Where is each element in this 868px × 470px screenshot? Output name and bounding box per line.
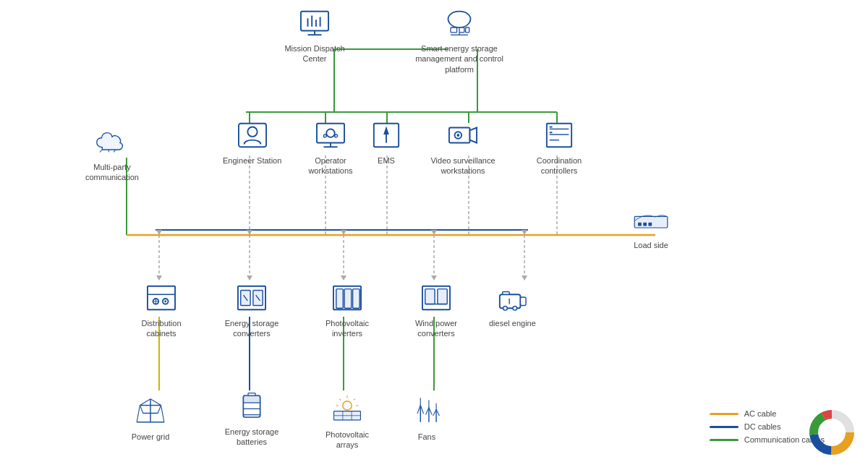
smart-energy-icon (439, 6, 480, 40)
diesel-node: diesel engine (489, 281, 536, 328)
svg-rect-38 (301, 12, 328, 31)
svg-marker-37 (522, 275, 527, 281)
svg-line-105 (150, 398, 161, 405)
engineer-station-node: Engineer Station (223, 118, 281, 166)
svg-marker-63 (470, 128, 477, 143)
energy-storage-bat-node: Energy storage batteries (219, 389, 284, 448)
distribution-cabinets-node: Distribution cabinets (129, 281, 194, 339)
operator-node: Operator workstations (298, 118, 363, 176)
diesel-label: diesel engine (489, 318, 536, 328)
coordination-node: Coordination controllers (527, 118, 592, 176)
engineer-station-label: Engineer Station (223, 155, 281, 166)
ac-cable-label: AC cable (744, 409, 777, 418)
svg-marker-36 (431, 275, 437, 281)
svg-line-104 (140, 398, 150, 405)
coordination-icon (539, 118, 579, 153)
donut-chart (807, 407, 857, 459)
dc-cable-label: DC cables (744, 422, 781, 431)
distribution-cabinets-icon (141, 281, 182, 315)
svg-rect-47 (459, 27, 464, 33)
svg-point-65 (456, 134, 459, 137)
multiparty-node: Multi-party communication (80, 123, 145, 183)
operator-icon (310, 118, 351, 153)
energy-storage-conv-label: Energy storage converters (219, 318, 284, 339)
svg-rect-46 (451, 27, 457, 33)
svg-line-108 (158, 405, 161, 413)
pv-inverters-icon (327, 281, 367, 315)
power-grid-label: Power grid (132, 432, 170, 442)
svg-marker-28 (156, 230, 162, 235)
load-side-icon (622, 201, 680, 237)
svg-rect-93 (425, 289, 435, 304)
video-icon (443, 118, 483, 153)
energy-storage-conv-icon (231, 281, 272, 315)
svg-rect-70 (550, 127, 553, 128)
svg-marker-32 (522, 230, 527, 235)
ems-label: EMS (378, 155, 395, 166)
svg-marker-29 (247, 230, 252, 235)
wind-power-icon (416, 281, 456, 315)
svg-rect-117 (243, 396, 260, 403)
smart-energy-label: Smart energy storage management and cont… (412, 43, 506, 74)
svg-point-99 (503, 306, 508, 310)
svg-rect-90 (344, 289, 352, 309)
distribution-cabinets-label: Distribution cabinets (129, 318, 194, 339)
fans-icon (405, 389, 448, 429)
fans-label: Fans (418, 432, 435, 442)
svg-line-122 (339, 399, 341, 401)
wind-power-label: Wind power converters (404, 318, 469, 339)
svg-rect-73 (638, 223, 642, 226)
svg-rect-74 (643, 223, 647, 226)
svg-rect-91 (353, 289, 360, 309)
video-label: Video surveillance workstations (430, 155, 495, 176)
pv-arrays-node: Photovoltaic arrays (315, 389, 380, 450)
engineer-station-icon (232, 118, 273, 153)
svg-point-56 (335, 134, 338, 137)
svg-rect-75 (648, 223, 652, 226)
ems-icon (366, 118, 407, 153)
svg-marker-35 (341, 275, 346, 281)
svg-marker-33 (156, 275, 162, 281)
multiparty-icon (87, 123, 137, 159)
svg-rect-94 (438, 289, 447, 304)
power-grid-node: Power grid (129, 389, 172, 442)
svg-rect-76 (148, 286, 175, 309)
coordination-label: Coordination controllers (527, 155, 592, 176)
ac-cable-line (710, 413, 739, 415)
operator-label: Operator workstations (298, 155, 363, 176)
svg-rect-97 (521, 297, 527, 305)
fans-node: Fans (405, 389, 448, 442)
svg-rect-96 (500, 294, 521, 308)
wind-power-node: Wind power converters (404, 281, 469, 339)
svg-point-82 (164, 300, 166, 302)
svg-line-110 (161, 405, 164, 422)
mission-dispatch-node: Mission Dispatch Center (282, 6, 347, 64)
pv-inverters-label: Photovoltaic inverters (315, 318, 380, 339)
svg-line-120 (354, 399, 355, 401)
svg-rect-71 (550, 132, 553, 133)
svg-marker-30 (341, 230, 346, 235)
energy-storage-bat-label: Energy storage batteries (219, 427, 284, 448)
pv-inverters-node: Photovoltaic inverters (315, 281, 380, 339)
svg-rect-89 (336, 289, 344, 309)
pv-arrays-label: Photovoltaic arrays (315, 430, 380, 450)
svg-rect-72 (634, 216, 668, 228)
svg-point-52 (247, 127, 257, 137)
video-node: Video surveillance workstations (430, 118, 495, 176)
mission-dispatch-icon (294, 6, 335, 40)
pv-arrays-icon (326, 389, 369, 427)
svg-marker-34 (247, 275, 252, 281)
ems-node: EMS (366, 118, 407, 166)
svg-rect-48 (466, 27, 469, 33)
svg-line-109 (137, 405, 140, 422)
diagram: Mission Dispatch Center Smart energy sto… (0, 0, 868, 470)
power-grid-icon (129, 389, 172, 429)
dc-cable-line (710, 426, 739, 428)
svg-point-118 (343, 401, 352, 410)
mission-dispatch-label: Mission Dispatch Center (282, 43, 347, 64)
svg-marker-31 (431, 230, 437, 235)
svg-point-54 (326, 129, 334, 137)
load-side-node: Load side (622, 201, 680, 250)
multiparty-label: Multi-party communication (80, 162, 145, 183)
diesel-icon (492, 281, 532, 315)
